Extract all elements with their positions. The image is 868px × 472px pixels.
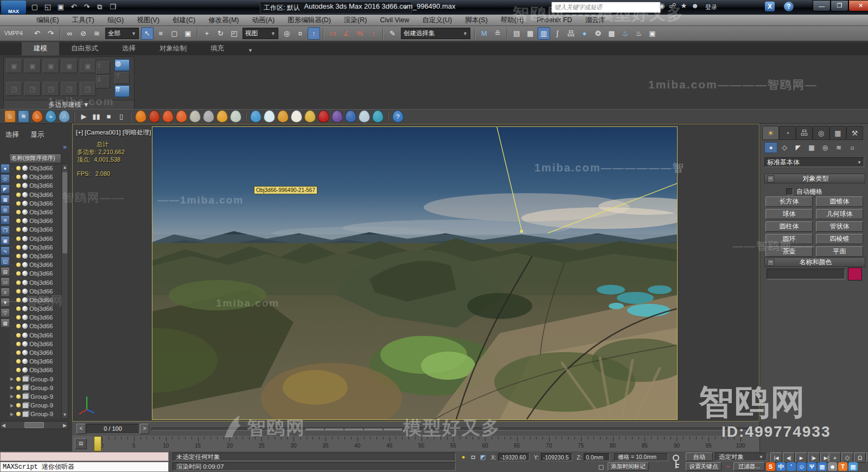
ribbon-tab-1[interactable]: 自由形式 (59, 42, 110, 55)
camera-viewport[interactable]: Obj3d66-996490-21-567 (152, 126, 678, 420)
polygon-mode-icon[interactable]: ▣ (61, 59, 78, 73)
time-slider-track[interactable] (151, 428, 755, 431)
select-by-name-button[interactable]: ≡ (155, 27, 167, 40)
subcat-shapes[interactable]: ◇ (778, 142, 791, 153)
menu-item-6[interactable]: 动画(A) (245, 15, 281, 26)
visibility-bulb-icon[interactable] (16, 166, 21, 170)
visibility-bulb-icon[interactable] (16, 386, 21, 390)
preset-water-drop-icon[interactable] (250, 110, 261, 123)
menu-item-10[interactable]: 自定义(U) (416, 15, 458, 26)
search-input[interactable]: 键入关键字或短语 (551, 2, 661, 13)
tab-modify[interactable]: ◔ (779, 126, 796, 140)
primitive-button-1[interactable]: 圆锥体 (816, 196, 863, 207)
preset-fire-icon[interactable] (135, 110, 146, 123)
edge-loop-icon[interactable]: ◳ (24, 82, 41, 96)
list-item-object-22[interactable]: ·Obj3d66 (9, 357, 61, 366)
mini-curve-editor-button[interactable]: ▤ (75, 438, 87, 449)
layer-manager-button[interactable]: ▤ (510, 27, 523, 40)
explorer-menu-display[interactable]: 显示 (30, 131, 44, 138)
maxscript-listener[interactable]: MAXScript 迷你侦听器 (0, 462, 169, 472)
max-logo[interactable]: MAX (1, 1, 26, 14)
list-item-group-25[interactable]: ▶Group-9 (9, 384, 61, 392)
list-item-object-17[interactable]: ·Obj3d66 (9, 313, 61, 322)
previous-modifier-icon[interactable]: ⇧ (96, 61, 110, 74)
select-and-rotate-button[interactable]: ↻ (214, 27, 227, 40)
y-coordinate-field[interactable]: -109230.5 (541, 453, 572, 461)
auto-key-icon[interactable] (672, 454, 684, 470)
ime-chinese-icon[interactable]: 中 (776, 462, 786, 471)
communication-center-icon[interactable]: ☍ (669, 2, 676, 10)
menu-item-3[interactable]: 视图(V) (130, 15, 166, 26)
ime-skin-icon[interactable]: T (838, 462, 847, 471)
hscrollbar-thumb[interactable] (24, 422, 44, 428)
ime-toolbox-icon[interactable]: ☻ (828, 462, 837, 471)
sign-in-user-icon[interactable]: ☻ (691, 2, 699, 10)
visibility-bulb-icon[interactable] (16, 307, 21, 311)
list-item-object-9[interactable]: ·Obj3d66 (9, 243, 61, 252)
preset-honey-icon[interactable] (304, 110, 316, 123)
polygon-modeling-footer[interactable]: 多边形建模 ▼ (3, 100, 135, 110)
list-item-object-3[interactable]: ·Obj3d66 (9, 190, 61, 199)
window-crossing-button[interactable]: ▣ (182, 27, 194, 40)
phoenix-liquid-sim-icon[interactable]: ≈ (45, 110, 56, 123)
phoenix-pause-button[interactable]: ▮▮ (91, 111, 101, 122)
display-containers-icon[interactable]: ◱ (1, 257, 10, 266)
primitive-button-9[interactable]: 平面 (816, 246, 863, 257)
phoenix-clear-button[interactable]: ▯ (116, 111, 126, 122)
viewport-canvas[interactable]: Obj3d66-996490-21-567 [+] [Camera001] [明… (72, 124, 760, 422)
primitive-button-6[interactable]: 圆环 (765, 234, 813, 244)
collapse-icon[interactable]: – (767, 259, 774, 266)
list-item-object-1[interactable]: ·Obj3d66 (9, 173, 61, 181)
ime-mic-icon[interactable]: Ψ (807, 462, 816, 471)
subcat-spacewarps[interactable]: ≋ (832, 142, 845, 153)
list-item-object-13[interactable]: ·Obj3d66 (9, 278, 61, 286)
menu-item-2[interactable]: 组(G) (101, 15, 131, 26)
next-frame-arrow[interactable]: > (140, 424, 149, 434)
visibility-bulb-icon[interactable] (16, 298, 21, 302)
visibility-bulb-icon[interactable] (16, 227, 21, 232)
align-button[interactable]: ≞ (492, 27, 504, 40)
phoenix-stop-button[interactable]: ■ (104, 111, 114, 122)
explorer-menu-select[interactable]: 选择 (5, 131, 19, 138)
visibility-bulb-icon[interactable] (16, 403, 21, 407)
phoenix-fire-source-icon[interactable]: ♨ (4, 110, 16, 123)
subcat-geometry[interactable]: ● (764, 142, 777, 153)
select-and-scale-button[interactable]: ◰ (228, 27, 240, 40)
scrollbar-thumb[interactable] (62, 172, 67, 253)
menu-item-11[interactable]: 脚本(S) (458, 15, 494, 26)
display-bones-icon[interactable]: ∿ (1, 246, 10, 256)
ribbon-tab-3[interactable]: 对象绘制 (148, 42, 199, 55)
list-item-object-4[interactable]: ·Obj3d66 (9, 199, 61, 208)
explorer-horizontal-scrollbar[interactable]: ◀ ▶ (0, 421, 68, 429)
preset-smoke-kettle-icon[interactable] (189, 110, 201, 123)
element-mode-icon[interactable]: ▣ (80, 59, 96, 73)
primitive-category-dropdown[interactable]: 标准基本体 ▼ (764, 157, 864, 167)
object-color-swatch[interactable] (848, 267, 862, 280)
visibility-bulb-icon[interactable] (16, 359, 21, 363)
menu-item-8[interactable]: 渲染(R) (337, 15, 373, 26)
visibility-bulb-icon[interactable] (16, 271, 21, 276)
visibility-bulb-icon[interactable] (16, 210, 21, 214)
curve-editor-button[interactable]: ∫ (551, 27, 564, 40)
orbit-view-button[interactable]: Ω (854, 452, 866, 463)
ribbon-tab-0[interactable]: 建模 (22, 42, 59, 55)
save-file-icon[interactable]: ▣ (55, 1, 67, 12)
preset-explosion-icon[interactable] (149, 110, 160, 123)
visibility-bulb-icon[interactable] (16, 175, 21, 179)
expand-arrow-icon[interactable]: ▶ (9, 385, 15, 390)
primitive-button-2[interactable]: 球体 (765, 209, 813, 219)
percent-snap-toggle[interactable]: % (354, 27, 366, 40)
display-shapes-icon[interactable]: ◇ (1, 174, 10, 183)
render-last-button[interactable]: ▣ (646, 27, 659, 40)
preset-blood-icon[interactable] (318, 110, 329, 123)
pan-view-button[interactable]: + (829, 452, 841, 463)
phoenix-help-button[interactable]: ? (392, 110, 404, 123)
rendered-frame-button[interactable]: ▩ (605, 27, 618, 40)
name-color-rollout[interactable]: – 名称和颜色 (764, 257, 865, 267)
go-to-start-button[interactable]: |◀ (770, 452, 782, 463)
primitive-button-7[interactable]: 四棱锥 (816, 234, 863, 244)
list-item-group-24[interactable]: ▶Group-9 (9, 375, 61, 384)
snaps-toggle-25[interactable]: 2.5 (327, 27, 339, 40)
use-pivot-center-button[interactable]: ◎ (280, 27, 293, 40)
menu-item-12[interactable]: 帮助(H) (494, 15, 530, 26)
